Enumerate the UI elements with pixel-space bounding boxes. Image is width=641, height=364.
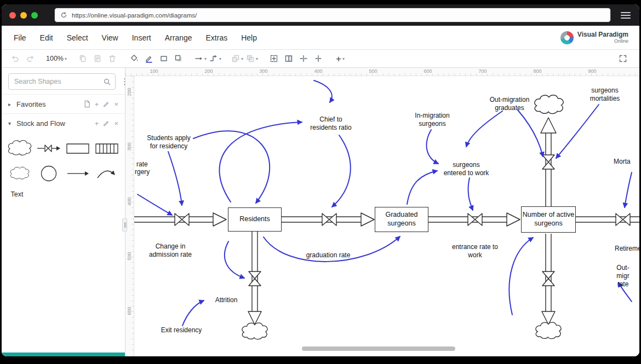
influence-arrow[interactable] xyxy=(427,130,438,164)
label-in-migration[interactable]: In-migration surgeons xyxy=(415,112,449,128)
shape-cloud[interactable] xyxy=(6,137,34,160)
edit-favorites-icon[interactable] xyxy=(103,101,110,107)
label-surgeons-mortalities[interactable]: surgeons mortalities xyxy=(590,86,620,103)
label-out-migration-graduates[interactable]: Out-migration graduates xyxy=(490,96,530,112)
valve-graduation[interactable] xyxy=(322,213,336,226)
line-color-button[interactable] xyxy=(143,52,155,65)
label-change-admission[interactable]: Change in admission rate xyxy=(149,242,192,259)
address-bar[interactable]: https://online.visual-paradigm.com/diagr… xyxy=(54,8,611,22)
label-attrition[interactable]: Attrition xyxy=(215,296,238,304)
valve-attrition[interactable] xyxy=(249,271,261,286)
menu-help[interactable]: Help xyxy=(241,33,257,42)
shape-stock[interactable] xyxy=(64,137,92,160)
add-stockflow-icon[interactable]: + xyxy=(95,120,99,127)
format-painter-button[interactable] xyxy=(173,52,185,65)
influence-arrow[interactable] xyxy=(168,152,182,205)
zoom-window-button[interactable] xyxy=(31,12,38,19)
label-entrance-rate[interactable]: entrance rate to work xyxy=(452,243,498,259)
menu-arrange[interactable]: Arrange xyxy=(165,33,192,42)
shape-straight-arrow[interactable] xyxy=(64,162,92,185)
cloud-bottom-left[interactable] xyxy=(242,323,267,339)
label-entered-to-work[interactable]: surgeons entered to work xyxy=(444,161,489,177)
shape-style-button[interactable] xyxy=(158,52,170,65)
influence-arrow[interactable] xyxy=(407,171,437,204)
fill-color-button[interactable] xyxy=(128,52,140,65)
label-rate-cut[interactable]: rate xyxy=(136,160,148,169)
influence-arrow[interactable] xyxy=(556,105,599,158)
horizontal-scrollbar-thumb[interactable] xyxy=(302,346,455,351)
shape-cloud-2[interactable] xyxy=(6,162,34,185)
favorites-section-header[interactable]: ▸ Favorites + × xyxy=(2,94,125,113)
search-shapes-box[interactable] xyxy=(8,73,116,90)
cloud-bottom-right[interactable] xyxy=(536,322,561,339)
shape-curved-arrow[interactable] xyxy=(93,162,121,185)
shape-converter[interactable] xyxy=(35,162,63,185)
influence-arrow[interactable] xyxy=(468,178,473,210)
undo-button[interactable] xyxy=(9,52,21,65)
paste-button[interactable] xyxy=(91,52,104,65)
label-rgery-cut[interactable]: rgery xyxy=(135,168,150,176)
label-students-apply[interactable]: Students apply for residency xyxy=(147,134,190,151)
influence-arrow[interactable] xyxy=(332,135,351,207)
menu-edit[interactable]: Edit xyxy=(40,33,53,42)
browser-menu-icon[interactable] xyxy=(621,12,631,19)
copy-button[interactable] xyxy=(77,52,89,65)
influence-arrow[interactable] xyxy=(193,131,270,203)
diagram-canvas[interactable]: Residents Graduated surgeons Number of a… xyxy=(134,76,639,356)
edit-stockflow-icon[interactable] xyxy=(103,120,110,126)
send-to-back-button[interactable]: ▾ xyxy=(246,52,258,65)
shape-flow[interactable] xyxy=(35,137,63,160)
stockflow-section-header[interactable]: ▾ Stock and Flow + × xyxy=(2,113,125,132)
label-graduation-rate[interactable]: graduation rate xyxy=(306,251,351,259)
align-outward-button[interactable] xyxy=(312,52,324,65)
influence-arrow[interactable] xyxy=(518,110,543,157)
redo-button[interactable] xyxy=(24,52,36,65)
influence-arrow[interactable] xyxy=(509,238,533,315)
valve-admission[interactable] xyxy=(175,213,189,226)
delete-button[interactable] xyxy=(106,52,118,65)
influence-arrow[interactable] xyxy=(314,80,332,102)
influence-arrow[interactable] xyxy=(138,194,172,215)
stock-graduated-surgeons[interactable]: Graduated surgeons xyxy=(375,207,428,232)
influence-arrow[interactable] xyxy=(219,122,302,202)
influence-arrow[interactable] xyxy=(466,111,502,147)
fit-page-button[interactable] xyxy=(268,52,280,65)
zoom-select[interactable]: 100%▾ xyxy=(46,52,67,65)
cloud-top[interactable] xyxy=(535,95,563,114)
stock-residents[interactable]: Residents xyxy=(228,207,282,232)
close-favorites-icon[interactable]: × xyxy=(114,101,118,108)
influence-arrow[interactable] xyxy=(625,172,632,207)
shape-text-item[interactable]: Text xyxy=(2,185,32,205)
sidebar-collapse-handle[interactable] xyxy=(122,218,127,232)
connector-style-button[interactable]: ▾ xyxy=(209,52,221,65)
label-retirement-cut[interactable]: Retiremen xyxy=(615,245,639,253)
fullscreen-button[interactable] xyxy=(617,52,629,65)
menu-insert[interactable]: Insert xyxy=(132,33,151,42)
search-input[interactable] xyxy=(13,77,104,86)
arrow-style-button[interactable]: ▾ xyxy=(194,52,207,65)
valve-mortality[interactable] xyxy=(542,155,554,169)
menu-extras[interactable]: Extras xyxy=(206,33,228,42)
bring-to-front-button[interactable]: ▾ xyxy=(231,52,243,65)
label-chief-ratio[interactable]: Chief to residents ratio xyxy=(310,115,351,132)
influence-arrow[interactable] xyxy=(182,301,204,326)
valve-retirement[interactable] xyxy=(616,213,630,226)
menu-file[interactable]: File xyxy=(14,33,26,42)
new-shape-doc-icon[interactable] xyxy=(84,100,90,108)
visual-paradigm-logo[interactable]: Visual Paradigm Online xyxy=(560,31,628,44)
align-inward-button[interactable] xyxy=(297,52,310,65)
valve-entrance[interactable] xyxy=(468,213,482,226)
close-window-button[interactable] xyxy=(9,12,16,19)
menu-select[interactable]: Select xyxy=(67,33,88,42)
minimize-window-button[interactable] xyxy=(20,12,27,19)
add-shape-button[interactable]: +▾ xyxy=(334,52,346,65)
menu-view[interactable]: View xyxy=(102,33,118,42)
label-outmigration-rate-cut[interactable]: Out-migr rate xyxy=(615,264,631,288)
add-favorite-icon[interactable]: + xyxy=(95,101,99,108)
flow-pipe-mortality-up[interactable] xyxy=(546,133,551,206)
close-stockflow-icon[interactable]: × xyxy=(114,120,118,127)
insert-column-button[interactable] xyxy=(283,52,295,65)
reload-icon[interactable] xyxy=(60,11,67,19)
influence-arrow[interactable] xyxy=(225,241,244,278)
stock-active-surgeons[interactable]: Number of active surgeons xyxy=(521,206,576,233)
